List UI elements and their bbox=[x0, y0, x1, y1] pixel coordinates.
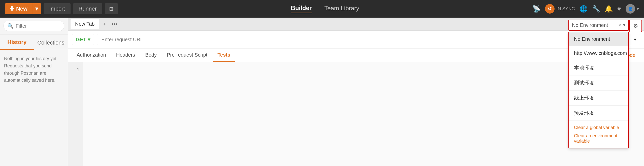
compose-icon: ⊞ bbox=[109, 6, 113, 12]
env-option-local[interactable]: 本地环境 bbox=[569, 60, 628, 75]
new-button-label: New bbox=[16, 6, 27, 12]
runner-label: Runner bbox=[79, 6, 97, 12]
pre-request-script-tab-label: Pre-request Script bbox=[167, 52, 207, 58]
env-option-label-1: http://www.cnblogs.com bbox=[574, 50, 627, 56]
globe-icon[interactable]: 🌐 bbox=[579, 5, 588, 13]
clear-env-var-link[interactable]: Clear an environment variable bbox=[574, 132, 623, 145]
sidebar-tabs: History Collections bbox=[0, 34, 68, 50]
tests-tab-label: Tests bbox=[217, 52, 230, 58]
tab-history[interactable]: History bbox=[0, 34, 34, 50]
sync-text: IN SYNC bbox=[557, 6, 575, 12]
new-button-main[interactable]: ✚ New bbox=[5, 6, 32, 12]
line-numbers: 1 bbox=[68, 62, 83, 166]
env-option-label-0: No Environment bbox=[574, 36, 610, 42]
env-dropdown-container: No Environment × ▾ No Environment http:/… bbox=[568, 20, 629, 31]
tab-tests[interactable]: Tests bbox=[213, 49, 235, 62]
env-chevron-icon[interactable]: ▾ bbox=[623, 22, 625, 28]
filter-input-wrap: 🔍 bbox=[4, 21, 64, 31]
body-tab-label: Body bbox=[145, 52, 157, 58]
line-number-1: 1 bbox=[68, 66, 83, 74]
tab-team-library[interactable]: Team Library bbox=[324, 5, 359, 13]
env-selector[interactable]: No Environment × ▾ bbox=[568, 20, 629, 31]
tab-body[interactable]: Body bbox=[141, 49, 161, 62]
tab-builder[interactable]: Builder bbox=[291, 5, 312, 13]
clear-global-var-label: Clear a global variable bbox=[574, 125, 619, 130]
empty-message-text: Nothing in your history yet. Requests th… bbox=[4, 56, 58, 83]
avatar-dropdown[interactable]: ▾ bbox=[637, 6, 639, 12]
save-dropdown-icon: ▾ bbox=[634, 37, 636, 42]
avatar: 👤 bbox=[626, 4, 635, 14]
heart-icon[interactable]: ♥ bbox=[617, 5, 621, 13]
sync-wrap: ↺ IN SYNC bbox=[545, 4, 575, 14]
new-tab-label: New Tab bbox=[75, 21, 94, 27]
sidebar-empty-message: Nothing in your history yet. Requests th… bbox=[0, 50, 68, 89]
search-icon: 🔍 bbox=[7, 23, 14, 29]
filter-input[interactable] bbox=[16, 23, 60, 29]
gear-icon: ⚙ bbox=[633, 23, 638, 29]
chevron-down-icon: ▾ bbox=[35, 6, 38, 12]
env-option-online[interactable]: 线上环境 bbox=[569, 91, 628, 106]
add-tab-icon: + bbox=[103, 21, 106, 27]
bell-icon[interactable]: 🔔 bbox=[605, 5, 613, 13]
main-layout: 🔍 History Collections Nothing in your hi… bbox=[0, 18, 644, 166]
nav-right: 📡 ↺ IN SYNC 🌐 🔧 🔔 ♥ 👤 ▾ bbox=[532, 4, 639, 14]
tab-authorization[interactable]: Authorization bbox=[72, 49, 111, 62]
gear-button[interactable]: ⚙ bbox=[629, 20, 642, 32]
sidebar-filter-area: 🔍 bbox=[0, 18, 68, 34]
env-option-no-environment[interactable]: No Environment bbox=[569, 32, 628, 46]
tabs-bar: New Tab + ••• bbox=[68, 18, 644, 31]
new-button[interactable]: ✚ New ▾ bbox=[5, 3, 41, 14]
env-option-prerelease[interactable]: 预发环境 bbox=[569, 106, 628, 121]
builder-label: Builder bbox=[291, 5, 312, 11]
save-dropdown-button[interactable]: ▾ bbox=[630, 34, 640, 45]
new-dropdown-arrow[interactable]: ▾ bbox=[32, 3, 41, 14]
top-nav: ✚ New ▾ Import Runner ⊞ Builder Team Lib… bbox=[0, 0, 644, 18]
env-selector-text: No Environment bbox=[572, 22, 616, 28]
plus-icon: ✚ bbox=[10, 6, 14, 12]
env-option-label-3: 测试环境 bbox=[574, 80, 594, 86]
tab-dots-icon: ••• bbox=[111, 21, 117, 27]
tab-collections[interactable]: Collections bbox=[34, 34, 68, 50]
authorization-tab-label: Authorization bbox=[77, 52, 106, 58]
code-area: 1 t, and are › bbox=[68, 62, 644, 166]
clear-global-var-link[interactable]: Clear a global variable bbox=[574, 124, 623, 131]
nav-center: Builder Team Library bbox=[120, 5, 530, 13]
method-label: GET bbox=[76, 37, 86, 43]
env-option-test[interactable]: 测试环境 bbox=[569, 75, 628, 91]
import-button[interactable]: Import bbox=[44, 3, 70, 14]
avatar-wrap[interactable]: 👤 ▾ bbox=[626, 4, 639, 14]
env-dropdown-panel: No Environment http://www.cnblogs.com 本地… bbox=[568, 32, 629, 148]
phone-icon: 📡 bbox=[532, 5, 540, 13]
method-selector[interactable]: GET ▾ bbox=[72, 34, 94, 45]
tab-pre-request-script[interactable]: Pre-request Script bbox=[162, 49, 212, 62]
url-input[interactable] bbox=[97, 34, 601, 45]
sidebar: 🔍 History Collections Nothing in your hi… bbox=[0, 18, 68, 166]
compose-button[interactable]: ⊞ bbox=[105, 3, 118, 14]
new-tab-item[interactable]: New Tab bbox=[71, 19, 99, 29]
sync-circle: ↺ bbox=[545, 4, 555, 14]
collections-tab-label: Collections bbox=[37, 39, 65, 46]
env-close-button[interactable]: × bbox=[618, 23, 621, 28]
method-chevron: ▾ bbox=[88, 36, 90, 43]
env-option-label-2: 本地环境 bbox=[574, 65, 594, 70]
env-option-cnblogs[interactable]: http://www.cnblogs.com bbox=[569, 46, 628, 60]
clear-env-var-label: Clear an environment variable bbox=[574, 133, 617, 144]
sync-icon: ↺ bbox=[548, 6, 552, 12]
content-area: New Tab + ••• GET ▾ Save ▾ bbox=[68, 18, 644, 166]
tab-headers[interactable]: Headers bbox=[112, 49, 140, 62]
history-tab-label: History bbox=[7, 39, 26, 45]
env-option-label-5: 预发环境 bbox=[574, 110, 594, 116]
headers-tab-label: Headers bbox=[116, 52, 135, 58]
runner-button[interactable]: Runner bbox=[73, 3, 102, 14]
request-bar: GET ▾ Save ▾ bbox=[68, 31, 644, 49]
add-tab-button[interactable]: + bbox=[101, 20, 108, 29]
env-option-label-4: 线上环境 bbox=[574, 95, 594, 101]
import-label: Import bbox=[49, 6, 65, 12]
team-library-label: Team Library bbox=[324, 5, 359, 12]
env-footer: Clear a global variable Clear an environ… bbox=[569, 121, 628, 148]
request-tabs: Authorization Headers Body Pre-request S… bbox=[68, 49, 644, 62]
tab-options-button[interactable]: ••• bbox=[109, 20, 119, 29]
wrench-icon[interactable]: 🔧 bbox=[592, 5, 600, 13]
